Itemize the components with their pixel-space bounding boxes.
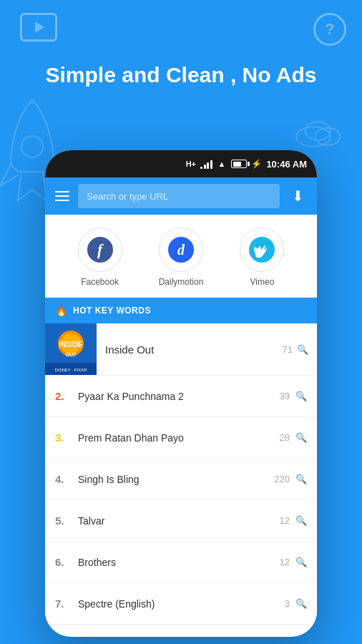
facebook-circle: f bbox=[78, 228, 122, 272]
rank-4: 4. bbox=[55, 473, 74, 485]
trending-count-3: 28 bbox=[280, 432, 290, 443]
search-icon-1: 🔍 bbox=[297, 344, 308, 355]
trending-count-1: 71 🔍 bbox=[283, 344, 308, 355]
browser-bar: Search or type URL ⬇ bbox=[45, 177, 317, 215]
fire-icon: 🔥 bbox=[55, 305, 67, 316]
vimeo-icon bbox=[249, 237, 275, 263]
hot-keywords-label: HOT KEY WORDS bbox=[73, 306, 151, 316]
trending-item-6[interactable]: 6. Brothers 12 🔍 bbox=[45, 542, 317, 583]
rank-6: 6. bbox=[55, 556, 74, 568]
search-placeholder: Search or type URL bbox=[87, 191, 168, 202]
bg-question-icon: ? bbox=[313, 13, 346, 46]
svg-text:INSIDE: INSIDE bbox=[59, 341, 83, 348]
svg-text:OUT: OUT bbox=[66, 352, 77, 357]
download-button[interactable]: ⬇ bbox=[285, 184, 310, 208]
rank-2: 2. bbox=[55, 390, 74, 402]
svg-point-2 bbox=[315, 128, 340, 145]
shortcuts-row: f Facebook d Dailymotion Vimeo bbox=[45, 215, 317, 297]
search-icon-4: 🔍 bbox=[295, 474, 307, 484]
trending-title-7: Spectre (English) bbox=[78, 598, 285, 610]
shortcut-facebook[interactable]: f Facebook bbox=[78, 228, 122, 287]
facebook-label: Facebook bbox=[81, 277, 119, 287]
wifi-icon: ▲ bbox=[218, 160, 226, 168]
charging-icon: ⚡ bbox=[251, 159, 262, 169]
trending-title-5: Talvar bbox=[78, 515, 280, 527]
vimeo-circle bbox=[240, 228, 284, 272]
shortcut-vimeo[interactable]: Vimeo bbox=[240, 228, 284, 287]
dailymotion-icon: d bbox=[168, 237, 194, 263]
search-icon-3: 🔍 bbox=[295, 432, 307, 443]
trending-count-5: 12 bbox=[280, 515, 290, 526]
search-icon-2: 🔍 bbox=[295, 391, 307, 401]
trending-item-1-info: Inside Out 71 🔍 bbox=[97, 323, 317, 375]
trending-title-4: Singh Is Bling bbox=[78, 474, 274, 485]
battery-icon bbox=[231, 160, 247, 168]
network-signal: H+ bbox=[186, 160, 196, 168]
movie-poster: INSIDE OUT DISNEY · PIXAR bbox=[45, 323, 97, 375]
bg-play-icon bbox=[20, 13, 57, 42]
trending-title-6: Brothers bbox=[78, 557, 280, 568]
svg-point-3 bbox=[305, 122, 331, 140]
trending-item-3[interactable]: 3. Prem Ratan Dhan Payo 28 🔍 bbox=[45, 417, 317, 459]
trending-count-4: 220 bbox=[274, 474, 290, 484]
hot-keywords-section: 🔥 HOT KEY WORDS bbox=[45, 297, 317, 323]
rank-5: 5. bbox=[55, 514, 74, 527]
search-icon-6: 🔍 bbox=[295, 557, 307, 567]
svg-point-1 bbox=[296, 127, 331, 146]
trending-item-4[interactable]: 4. Singh Is Bling 220 🔍 bbox=[45, 459, 317, 500]
dailymotion-circle: d bbox=[159, 228, 203, 272]
trending-item-1[interactable]: INSIDE OUT DISNEY · PIXAR Inside Out 71 … bbox=[45, 323, 317, 376]
vimeo-label: Vimeo bbox=[250, 277, 275, 287]
search-icon-5: 🔍 bbox=[295, 515, 307, 526]
trending-item-5[interactable]: 5. Talvar 12 🔍 bbox=[45, 500, 317, 542]
trending-item-7[interactable]: 7. Spectre (English) 3 🔍 bbox=[45, 583, 317, 625]
status-bar: H+ ▲ ⚡ 10:46 AM bbox=[45, 150, 317, 177]
search-icon-7: 🔍 bbox=[295, 598, 307, 609]
hot-keywords-header: 🔥 HOT KEY WORDS bbox=[45, 298, 317, 323]
trending-item-2[interactable]: 2. Pyaar Ka Punchnama 2 39 🔍 bbox=[45, 376, 317, 417]
search-bar[interactable]: Search or type URL bbox=[78, 184, 280, 208]
phone-frame: H+ ▲ ⚡ 10:46 AM Search or type URL ⬇ f bbox=[45, 150, 317, 637]
app-headline: Simple and Clean , No Ads bbox=[0, 61, 362, 89]
menu-button[interactable] bbox=[52, 188, 72, 204]
trending-count-7: 3 bbox=[285, 598, 290, 609]
dailymotion-label: Dailymotion bbox=[159, 277, 204, 287]
trending-title-1: Inside Out bbox=[105, 343, 154, 356]
trending-title-2: Pyaar Ka Punchnama 2 bbox=[78, 391, 280, 402]
svg-point-0 bbox=[21, 136, 43, 157]
bg-cloud-icon bbox=[290, 114, 348, 147]
signal-bars bbox=[200, 159, 212, 169]
facebook-icon: f bbox=[87, 237, 113, 263]
trending-count-6: 12 bbox=[280, 557, 290, 567]
svg-text:DISNEY · PIXAR: DISNEY · PIXAR bbox=[54, 368, 87, 372]
status-time: 10:46 AM bbox=[266, 159, 307, 170]
rank-7: 7. bbox=[55, 597, 74, 610]
trending-title-3: Prem Ratan Dhan Payo bbox=[78, 432, 280, 444]
trending-count-2: 39 bbox=[280, 391, 290, 401]
rank-3: 3. bbox=[55, 431, 74, 444]
shortcut-dailymotion[interactable]: d Dailymotion bbox=[159, 228, 204, 287]
